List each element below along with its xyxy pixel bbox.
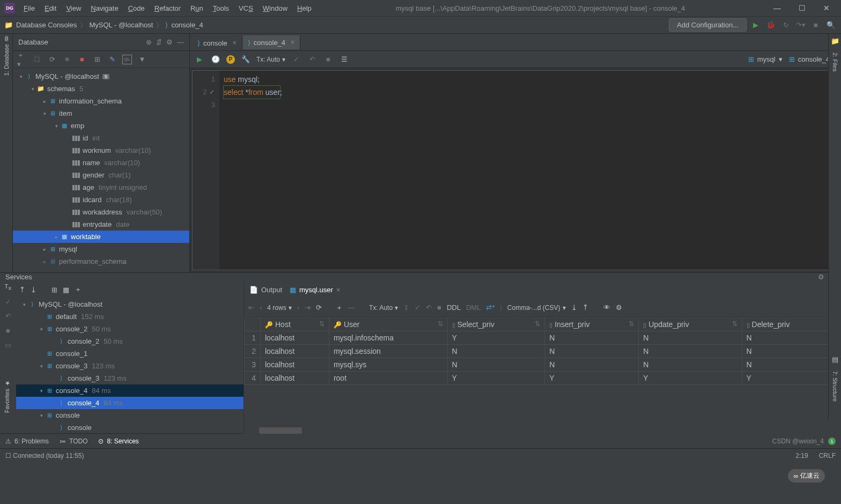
column-header[interactable]: 🔑Host⇅ — [261, 318, 329, 331]
gear-icon[interactable]: ⚙ — [818, 273, 824, 281]
tree-table-emp[interactable]: ▾▦ emp — [13, 120, 189, 132]
services-button[interactable]: ⊙8: Services — [98, 438, 138, 445]
cell[interactable]: localhost — [261, 358, 329, 372]
folder-icon[interactable]: 📁 — [831, 37, 839, 45]
add-row-icon[interactable]: ＋ — [336, 303, 343, 313]
close-icon[interactable]: × — [233, 39, 237, 47]
tree-datasource[interactable]: ▾⟩ MySQL - @localhost 5 — [13, 70, 189, 83]
rollback-icon[interactable]: ↶ — [307, 54, 318, 65]
row-number[interactable]: 1 — [245, 331, 261, 345]
menu-edit[interactable]: Edit — [40, 2, 61, 14]
tree-column[interactable]: genderchar(1) — [13, 169, 189, 181]
ddl-button[interactable]: DDL — [447, 303, 461, 312]
refresh-icon[interactable]: ⟳ — [47, 55, 57, 64]
event-badge[interactable]: 1 — [828, 438, 836, 445]
menu-refactor[interactable]: Refactor — [150, 2, 185, 14]
gear-icon[interactable]: ⚙ — [616, 303, 622, 312]
services-tree-item[interactable]: ⊞console_1 — [16, 347, 244, 360]
result-grid[interactable]: 🔑Host⇅🔑User⇅▯Select_priv⇅▯Insert_priv⇅▯U… — [244, 317, 841, 426]
cell[interactable]: N — [545, 358, 639, 372]
tab-mysql-user[interactable]: ▦mysql.user × — [290, 286, 340, 294]
row-number[interactable]: 2 — [245, 345, 261, 358]
tab-output[interactable]: 📄Output — [249, 286, 282, 294]
query-editor-icon[interactable]: ☰ — [339, 54, 350, 65]
caret-position[interactable]: 2:19 — [795, 452, 808, 459]
stepover-icon[interactable]: ↷▾ — [795, 19, 807, 31]
copy-icon[interactable]: ⿻ — [32, 55, 42, 64]
cell[interactable]: N — [639, 358, 742, 372]
code-area[interactable]: use mysql; select *from user; — [219, 71, 838, 270]
table-icon[interactable]: ⊞ — [92, 55, 102, 64]
column-header[interactable]: ▯Delete_priv⇅ — [742, 318, 840, 331]
services-tree-item[interactable]: ⟩console — [16, 421, 244, 434]
structure-icon[interactable]: ▤ — [832, 355, 838, 364]
line-ending[interactable]: CRLF — [819, 452, 836, 459]
column-header[interactable]: ▯Update_priv⇅ — [639, 318, 742, 331]
history-icon[interactable]: 🕘 — [210, 54, 221, 65]
eye-icon[interactable]: 👁 — [603, 303, 610, 312]
column-header[interactable]: ▯Insert_priv⇅ — [545, 318, 639, 331]
cell[interactable]: Y — [545, 372, 639, 385]
maximize-button[interactable]: ☐ — [790, 0, 814, 17]
sort-icon[interactable]: ⇅ — [629, 320, 634, 328]
menu-navigate[interactable]: Navigate — [86, 2, 122, 14]
services-tree-item[interactable]: ▾⊞console_484 ms — [16, 384, 244, 397]
menu-help[interactable]: Help — [293, 2, 316, 14]
edit-icon[interactable]: ✎ — [107, 55, 117, 64]
tree-column[interactable]: idcardchar(18) — [13, 194, 189, 206]
cell[interactable]: N — [545, 331, 639, 345]
locate-icon[interactable]: ⊕ — [146, 38, 152, 46]
commit-icon[interactable]: ✓ — [291, 54, 301, 65]
code-editor[interactable]: 1 2 ✓ 3 use mysql; select *from user; ✓ — [192, 70, 839, 270]
cell[interactable]: mysql.infoschema — [329, 331, 447, 345]
stop-red-icon[interactable]: ■ — [77, 55, 87, 64]
add-configuration-button[interactable]: Add Configuration... — [669, 18, 747, 32]
tree-schemas[interactable]: ▾📁 schemas 5 — [13, 83, 189, 95]
tree-table-worktable[interactable]: ▸▦ worktable — [13, 231, 189, 243]
services-tree-root[interactable]: ▾⟩ MySQL - @localhost — [16, 298, 244, 310]
group-icon[interactable]: ⊞ — [51, 286, 57, 294]
cell[interactable]: N — [447, 345, 545, 358]
close-icon[interactable]: × — [336, 286, 341, 294]
cell[interactable]: N — [639, 345, 742, 358]
wrench-icon[interactable]: 🔧 — [240, 54, 251, 65]
last-page-icon[interactable]: ⇥ — [305, 303, 311, 312]
extractor-select[interactable]: Comma-...d (CSV) ▾ — [507, 304, 566, 312]
cell[interactable]: mysql.sys — [329, 358, 447, 372]
breadcrumb-datasource[interactable]: MySQL - @localhost 〉 — [89, 20, 163, 30]
services-tree-item[interactable]: ⟩console_3123 ms — [16, 372, 244, 384]
cell[interactable]: N — [742, 358, 840, 372]
tree-schema-item[interactable]: ▾⊞ item — [13, 107, 189, 120]
run-icon[interactable]: ▶ — [194, 54, 205, 65]
gear-icon[interactable]: ⚙ — [166, 38, 173, 46]
services-tree-item[interactable]: ⟩console_484 ms — [16, 397, 244, 409]
sort-icon[interactable]: ⇅ — [535, 320, 540, 328]
minimize-button[interactable]: — — [765, 0, 790, 17]
sort-icon[interactable]: ⇅ — [319, 320, 324, 328]
sort-icon[interactable]: ⇅ — [732, 320, 737, 328]
tx-mode-result[interactable]: Tx: Auto ▾ — [369, 304, 398, 312]
menu-run[interactable]: Run — [186, 2, 208, 14]
cell[interactable]: root — [329, 372, 447, 385]
cell[interactable]: Y — [742, 372, 840, 385]
services-tree[interactable]: ▾⟩ MySQL - @localhost ⊞default152 ms▾⊞co… — [16, 298, 244, 434]
tree-column[interactable]: agetinyint unsigned — [13, 181, 189, 194]
cell[interactable]: N — [639, 331, 742, 345]
close-button[interactable]: ✕ — [814, 0, 839, 17]
hide-icon[interactable]: — — [177, 38, 184, 46]
add-icon[interactable]: ＋▾ — [17, 55, 27, 64]
run-icon[interactable]: ▶ — [750, 19, 762, 31]
cell[interactable]: N — [545, 345, 639, 358]
collapse-icon[interactable]: ⇵ — [156, 38, 162, 46]
services-tree-item[interactable]: ▾⊞console_3123 ms — [16, 360, 244, 372]
dml-button[interactable]: DML — [466, 303, 481, 312]
query-console-icon[interactable]: QL — [122, 55, 132, 64]
tab-console-4[interactable]: ⟩ console_4 × — [242, 35, 300, 50]
funnel-icon[interactable]: ▼ — [137, 55, 147, 64]
first-page-icon[interactable]: ⇤ — [248, 303, 254, 312]
import-icon[interactable]: ⤒ — [582, 303, 588, 312]
remove-row-icon[interactable]: — — [348, 303, 355, 312]
filter2-icon[interactable]: ≡ — [62, 55, 72, 64]
services-tree-item[interactable]: ⟩console_250 ms — [16, 335, 244, 347]
problems-button[interactable]: ⚠6: Problems — [5, 438, 49, 445]
